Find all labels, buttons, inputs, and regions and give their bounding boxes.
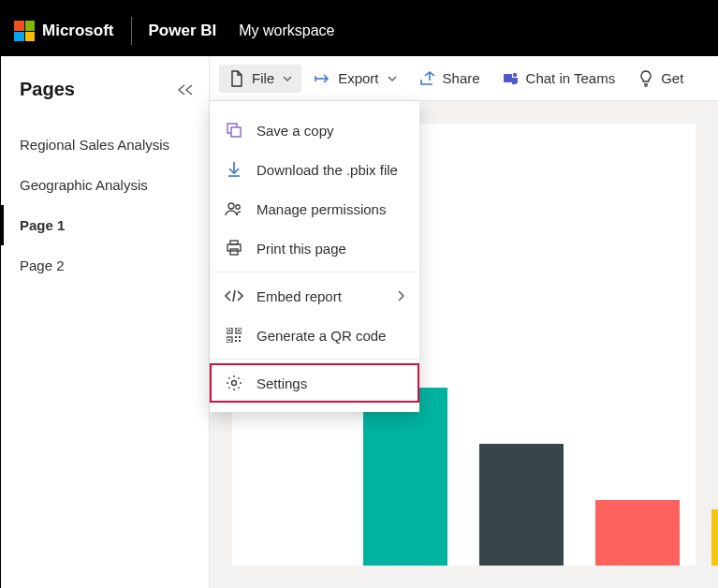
svg-rect-14: [228, 339, 230, 341]
lightbulb-icon: [637, 70, 654, 87]
chart-bar: [711, 509, 718, 566]
svg-point-19: [232, 381, 237, 386]
menu-separator: [210, 359, 419, 360]
svg-rect-18: [239, 340, 241, 342]
file-dropdown-menu: Save a copy Download the .pbix file Mana…: [210, 101, 419, 412]
menu-label: Download the .pbix file: [256, 162, 398, 178]
copy-icon: [225, 121, 243, 140]
page-item[interactable]: Page 2: [1, 245, 209, 286]
page-item[interactable]: Regional Sales Analysis: [1, 125, 209, 165]
svg-point-1: [512, 72, 516, 76]
page-label: Geographic Analysis: [20, 177, 148, 193]
svg-rect-7: [227, 244, 241, 251]
page-item[interactable]: Geographic Analysis: [1, 165, 209, 205]
chart-bar: [363, 388, 447, 566]
svg-rect-3: [231, 127, 241, 137]
share-label: Share: [443, 70, 480, 86]
menu-manage-permissions[interactable]: Manage permissions: [210, 189, 419, 228]
menu-generate-qr[interactable]: Generate a QR code: [210, 316, 419, 355]
svg-rect-0: [504, 74, 512, 82]
print-icon: [225, 239, 243, 257]
page-label: Page 1: [20, 217, 65, 233]
menu-save-copy[interactable]: Save a copy: [210, 110, 419, 150]
chart-bar: [479, 444, 564, 566]
chevron-down-icon: [283, 74, 292, 83]
page-label: Regional Sales Analysis: [20, 137, 169, 153]
svg-rect-16: [239, 336, 241, 338]
file-menu-button[interactable]: File: [219, 65, 301, 93]
qr-icon: [225, 326, 243, 345]
menu-label: Settings: [256, 375, 307, 391]
microsoft-name: Microsoft: [42, 22, 114, 40]
export-menu-button[interactable]: Export: [305, 65, 405, 93]
pages-sidebar: Pages Regional Sales Analysis Geographic…: [1, 56, 210, 588]
teams-icon: [503, 70, 520, 87]
svg-rect-12: [238, 330, 240, 331]
svg-point-4: [228, 203, 234, 209]
app-name[interactable]: Power BI: [149, 22, 217, 40]
file-label: File: [252, 70, 274, 86]
chat-teams-button[interactable]: Chat in Teams: [493, 65, 625, 93]
chevron-right-icon: [397, 290, 404, 301]
pages-title: Pages: [20, 79, 75, 100]
file-icon: [228, 70, 245, 87]
menu-download-pbix[interactable]: Download the .pbix file: [210, 150, 419, 189]
code-icon: [225, 287, 243, 305]
menu-embed-report[interactable]: Embed report: [210, 276, 419, 316]
menu-settings[interactable]: Settings: [210, 363, 419, 403]
share-button[interactable]: Share: [410, 65, 490, 93]
menu-label: Print this page: [256, 241, 346, 257]
export-label: Export: [338, 70, 378, 86]
menu-label: Embed report: [256, 288, 342, 304]
chart-bar: [595, 500, 680, 566]
gear-icon: [225, 374, 243, 392]
bar-chart: [363, 388, 718, 566]
get-label: Get: [661, 70, 683, 86]
menu-label: Generate a QR code: [256, 328, 386, 344]
toolbar: File Export: [210, 56, 718, 101]
get-insights-button[interactable]: Get: [628, 65, 693, 93]
download-icon: [225, 160, 243, 179]
chat-label: Chat in Teams: [526, 70, 616, 86]
workspace-label[interactable]: My workspace: [239, 22, 334, 39]
microsoft-header: Microsoft Power BI My workspace: [1, 6, 718, 56]
microsoft-logo-icon: [14, 21, 35, 41]
microsoft-logo: Microsoft: [14, 21, 114, 41]
header-divider: [131, 17, 132, 45]
menu-separator: [210, 272, 419, 272]
people-icon: [225, 199, 243, 218]
svg-rect-17: [235, 340, 237, 342]
page-label: Page 2: [20, 257, 65, 273]
svg-rect-8: [230, 249, 238, 255]
svg-rect-15: [235, 336, 237, 338]
svg-point-5: [236, 205, 240, 209]
menu-label: Save a copy: [256, 123, 334, 139]
chevron-down-icon: [388, 74, 397, 83]
page-item[interactable]: Page 1: [1, 205, 209, 245]
menu-print-page[interactable]: Print this page: [210, 228, 419, 268]
svg-rect-10: [228, 330, 230, 331]
menu-label: Manage permissions: [256, 201, 386, 217]
share-icon: [419, 70, 436, 87]
collapse-sidebar-icon[interactable]: [177, 83, 194, 96]
export-icon: [315, 70, 331, 87]
